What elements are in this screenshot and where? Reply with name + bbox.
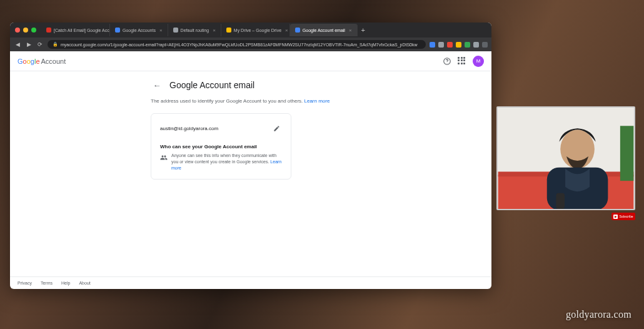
extension-icons [430, 42, 488, 48]
tab-label: My Drive – Google Drive [234, 28, 281, 33]
favicon-icon [46, 28, 51, 33]
tab-catch-all-email[interactable]: [Catch All Email] Google Acc… × [41, 24, 110, 36]
favicon-icon [226, 28, 231, 33]
close-tab-icon[interactable]: × [349, 28, 352, 33]
close-tab-icon[interactable]: × [285, 28, 288, 33]
tab-label: Default routing [181, 28, 209, 33]
new-tab-button[interactable]: + [358, 26, 369, 34]
tab-strip: [Catch All Email] Google Acc… × Google A… [10, 23, 491, 38]
reload-button[interactable]: ⟳ [36, 41, 44, 48]
back-button[interactable]: ◀ [14, 41, 21, 48]
learn-more-link[interactable]: Learn more [304, 98, 330, 104]
pencil-icon [273, 125, 280, 132]
presenter-image [498, 108, 634, 209]
extension-icon[interactable] [438, 42, 444, 48]
page-content: ← Google Account email The address used … [10, 71, 491, 276]
tab-label: [Catch All Email] Google Acc… [54, 28, 110, 33]
forward-button[interactable]: ▶ [25, 41, 33, 48]
back-arrow-icon[interactable]: ← [151, 81, 163, 90]
close-tab-icon[interactable]: × [159, 28, 163, 33]
footer-about-link[interactable]: About [79, 281, 90, 285]
minimize-window-icon[interactable] [23, 28, 28, 33]
email-value: austin@id.goldyarora.com [160, 126, 218, 131]
visibility-row: Anyone can see this info when they commu… [160, 153, 282, 171]
google-account-logo[interactable]: Google Account [18, 58, 66, 65]
subscribe-button[interactable]: Subscribe [611, 213, 635, 220]
header-actions: M [443, 56, 484, 67]
favicon-icon [295, 28, 300, 33]
extension-icon[interactable] [447, 42, 453, 48]
extension-icon[interactable] [473, 42, 479, 48]
email-card: austin@id.goldyarora.com Who can see you… [151, 113, 291, 179]
close-window-icon[interactable] [15, 28, 20, 33]
browser-menu-icon[interactable] [482, 42, 488, 48]
edit-email-button[interactable] [271, 123, 282, 134]
page-description: The address used to identify your Google… [151, 98, 438, 104]
people-icon [160, 153, 168, 160]
url-text: myaccount.google.com/u/1/google-account-… [61, 43, 418, 47]
favicon-icon [115, 28, 120, 33]
footer-help-link[interactable]: Help [61, 281, 70, 285]
page-header: Google Account M [10, 51, 491, 71]
tab-label: Google Account email [303, 28, 345, 33]
subscribe-label: Subscribe [619, 215, 633, 218]
tab-google-account-email[interactable]: Google Account email × [290, 24, 358, 36]
page-title: Google Account email [169, 80, 254, 90]
avatar-initials: M [476, 58, 481, 64]
visibility-heading: Who can see your Google Account email [160, 144, 282, 149]
presenter-webcam [496, 106, 635, 210]
watermark-text: goldyarora.com [566, 309, 631, 320]
visibility-text: Anyone can see this info when they commu… [171, 153, 282, 171]
email-row: austin@id.goldyarora.com [160, 123, 282, 134]
lock-icon: 🔒 [53, 42, 58, 47]
brand-suffix: Account [41, 58, 66, 65]
help-icon[interactable] [443, 57, 451, 66]
tab-google-accounts[interactable]: Google Accounts × [110, 24, 168, 36]
extension-icon[interactable] [456, 42, 461, 48]
window-traffic-lights[interactable] [15, 28, 36, 33]
footer-terms-link[interactable]: Terms [41, 281, 53, 285]
maximize-window-icon[interactable] [31, 28, 36, 33]
extension-icon[interactable] [465, 42, 470, 48]
tab-default-routing[interactable]: Default routing × [168, 24, 221, 36]
svg-rect-8 [556, 193, 565, 209]
browser-window: [Catch All Email] Google Acc… × Google A… [10, 23, 491, 289]
address-bar: ◀ ▶ ⟳ 🔒 myaccount.google.com/u/1/google-… [10, 38, 491, 51]
favicon-icon [173, 28, 178, 33]
google-apps-icon[interactable] [458, 57, 466, 66]
close-tab-icon[interactable]: × [213, 28, 216, 33]
extension-icon[interactable] [430, 42, 435, 48]
svg-rect-7 [620, 126, 633, 181]
tab-label: Google Accounts [123, 28, 156, 33]
page-title-row: ← Google Account email [151, 80, 438, 90]
url-field[interactable]: 🔒 myaccount.google.com/u/1/google-accoun… [48, 40, 426, 49]
svg-point-1 [447, 63, 448, 63]
visibility-desc: Anyone can see this info when they commu… [171, 153, 276, 164]
account-avatar[interactable]: M [473, 56, 484, 67]
page-footer: Privacy Terms Help About [10, 276, 491, 289]
tab-my-drive[interactable]: My Drive – Google Drive × [221, 24, 290, 36]
description-text: The address used to identify your Google… [151, 98, 304, 104]
footer-privacy-link[interactable]: Privacy [18, 281, 32, 285]
